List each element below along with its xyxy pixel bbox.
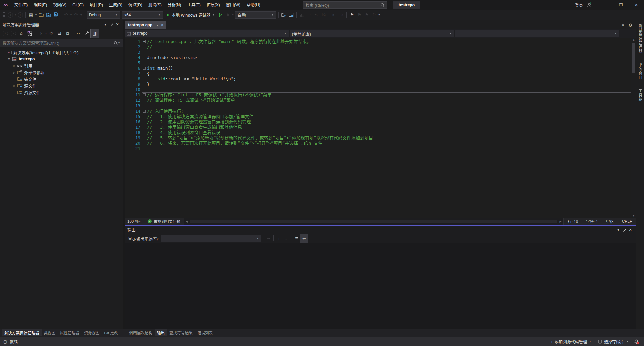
menu-帮助[interactable]: 帮助(H) — [244, 0, 263, 10]
fold-toggle[interactable]: − — [142, 92, 147, 98]
preview-selected-icon[interactable]: ◨ — [91, 29, 99, 38]
scroll-up-icon[interactable]: ▲ — [631, 38, 636, 41]
tool-tab-属性管理器[interactable]: 属性管理器 — [58, 329, 82, 336]
scroll-right-icon[interactable]: ▶ — [558, 220, 563, 223]
prev-message-icon[interactable]: ↑ — [275, 234, 282, 243]
menu-项目[interactable]: 项目(P) — [87, 0, 106, 10]
notifications-bell-icon[interactable] — [632, 337, 641, 346]
find-in-files-icon[interactable] — [280, 11, 287, 19]
close-button[interactable]: ✕ — [629, 0, 644, 10]
word-wrap-icon[interactable]: ↩ — [300, 234, 308, 243]
toggle-bookmark-icon[interactable]: ⚑ — [348, 11, 356, 19]
forward-icon[interactable]: › — [9, 29, 17, 38]
code-line-2[interactable]: 2// — [125, 44, 631, 50]
autohide-tab-测试资源管理器[interactable]: 测试资源管理器 — [638, 22, 643, 56]
menu-分析[interactable]: 分析(N) — [165, 0, 184, 10]
code-line-12[interactable]: 12// 调试程序: F5 或调试 >“开始调试”菜单 — [125, 98, 631, 103]
fold-toggle[interactable]: − — [142, 66, 147, 71]
code-line-17[interactable]: 17// 3. 使用输出窗口查看生成输出和其他消息 — [125, 125, 631, 130]
autohide-tab-书签窗口[interactable]: 书签窗口 — [638, 61, 643, 82]
home-icon[interactable]: ⌂ — [17, 29, 25, 38]
scrollbar-thumb[interactable] — [632, 43, 635, 73]
tool-tab-查找符号结果[interactable]: 查找符号结果 — [167, 329, 195, 336]
code-line-11[interactable]: 11−// 运行程序: Ctrl + F5 或调试 >“开始执行(不调试)”菜单 — [125, 92, 631, 98]
menu-编辑[interactable]: 编辑(E) — [31, 0, 50, 10]
vertical-scrollbar[interactable]: ▲ ▼ — [631, 38, 636, 218]
code-line-4[interactable]: 4#include <iostream> — [125, 55, 631, 60]
close-panel-icon[interactable]: ✕ — [114, 21, 120, 27]
select-cursor-icon[interactable]: ↖ — [313, 11, 320, 19]
autos-combo[interactable]: 自动▾ — [235, 11, 276, 19]
code-line-1[interactable]: 1−// testrepo.cpp : 此文件包含 "main" 函数。程序执行… — [125, 39, 631, 44]
code-line-8[interactable]: 8 std::cout << "Hello World!\n"; — [125, 76, 631, 82]
autohide-tab-工具箱[interactable]: 工具箱 — [638, 87, 643, 104]
zoom-control[interactable]: 100 %▾ — [125, 218, 144, 225]
menu-扩展[interactable]: 扩展(X) — [204, 0, 223, 10]
hot-reload-icon[interactable] — [224, 11, 231, 19]
scroll-down-icon[interactable]: ▼ — [631, 214, 636, 217]
spaces-indicator[interactable]: 空格 — [602, 219, 618, 224]
collapse-box-icon[interactable]: − — [143, 40, 146, 43]
pin-icon[interactable] — [108, 21, 114, 27]
diagnostics-icon[interactable] — [298, 11, 305, 19]
collapse-box-icon[interactable]: − — [143, 67, 146, 70]
active-files-dropdown-icon[interactable]: ▾ — [619, 21, 627, 29]
tool-tab-Git 更改[interactable]: Git 更改 — [102, 329, 120, 336]
code-line-14[interactable]: 14−// 入门使用技巧: — [125, 109, 631, 114]
menu-调试[interactable]: 调试(D) — [125, 0, 145, 10]
refresh-icon[interactable]: ⟳ — [47, 29, 55, 38]
expand-arrow-icon[interactable]: ▷ — [12, 84, 17, 87]
collapse-arrow-icon[interactable]: ▼ — [7, 58, 11, 61]
new-project-icon[interactable]: ▦ — [27, 11, 35, 19]
collapse-all-icon[interactable]: ⊟ — [55, 29, 63, 38]
open-file-icon[interactable] — [37, 11, 45, 19]
collapse-box-icon[interactable]: − — [143, 93, 146, 96]
menu-视图[interactable]: 视图(V) — [50, 0, 69, 10]
code-line-9[interactable]: 9} — [125, 82, 631, 87]
dropdown-caret-icon[interactable]: ▾ — [14, 13, 17, 16]
code-line-10[interactable]: 10 — [125, 87, 631, 92]
pending-changes-filter-icon[interactable]: ◔ — [37, 29, 45, 38]
fold-toggle[interactable]: − — [142, 39, 147, 44]
collapse-box-icon[interactable]: − — [143, 110, 146, 113]
menu-窗口[interactable]: 窗口(W) — [223, 0, 244, 10]
solution-badge[interactable]: testrepo — [393, 1, 420, 9]
member-scope-combo[interactable]: ▾ — [455, 30, 619, 37]
clear-all-icon[interactable]: ≣ — [293, 234, 300, 243]
tool-tab-输出[interactable]: 输出 — [155, 329, 167, 336]
tree-item-引用[interactable]: ▷引用 — [0, 62, 123, 69]
code-line-3[interactable]: 3 — [125, 50, 631, 55]
user-account-icon[interactable]: + — [586, 1, 593, 9]
align-icon[interactable]: ⸬ — [305, 11, 313, 19]
document-health-indicator[interactable]: ✓ 未找到相关问题 — [144, 218, 184, 225]
increase-indent-icon[interactable]: ⇥ — [338, 11, 345, 19]
tree-item-解决方案testrepo1个项目/共[interactable]: ∞解决方案"testrepo"(1 个项目/共 1 个) — [0, 49, 123, 56]
menu-生成[interactable]: 生成(B) — [106, 0, 125, 10]
pin-icon[interactable] — [621, 227, 627, 233]
tree-item-源文件[interactable]: ▷源文件 — [0, 82, 123, 89]
code-line-19[interactable]: 19// 5. 转到“项目”>“添加新项”以创建新的代码文件，或转到“项目”>“… — [125, 135, 631, 141]
next-bookmark-icon[interactable]: ⚑ — [363, 11, 370, 19]
decrease-indent-icon[interactable]: ⇤ — [330, 11, 338, 19]
expand-arrow-icon[interactable]: ▷ — [12, 64, 17, 67]
dropdown-caret-icon[interactable]: ▾ — [80, 13, 83, 16]
expand-arrow-icon[interactable]: ▷ — [12, 71, 17, 74]
eol-indicator[interactable]: CRLF — [618, 219, 636, 223]
tool-tab-调用层次结构[interactable]: 调用层次结构 — [127, 329, 155, 336]
view-code-icon[interactable]: ‹› — [74, 29, 83, 38]
tool-tab-解决方案资源管理器[interactable]: 解决方案资源管理器 — [2, 329, 42, 336]
properties-icon[interactable] — [83, 29, 91, 38]
tree-item-资源文件[interactable]: 资源文件 — [0, 89, 123, 96]
toolbar-grip[interactable] — [3, 12, 5, 18]
type-scope-combo[interactable]: (全局范围)▾ — [290, 30, 454, 37]
code-line-7[interactable]: 7{ — [125, 71, 631, 76]
breakpoint-window-icon[interactable] — [287, 11, 295, 19]
minimize-button[interactable]: — — [598, 0, 613, 10]
save-icon[interactable] — [45, 11, 52, 19]
tool-tab-资源视图[interactable]: 资源视图 — [82, 329, 102, 336]
sign-in-link[interactable]: 登录 — [575, 2, 583, 8]
close-panel-icon[interactable]: ✕ — [627, 227, 633, 233]
show-all-files-icon[interactable]: ⧉ — [63, 29, 71, 38]
back-icon[interactable]: ‹ — [1, 29, 9, 38]
clear-bookmarks-icon[interactable]: ⚐ — [370, 11, 378, 19]
